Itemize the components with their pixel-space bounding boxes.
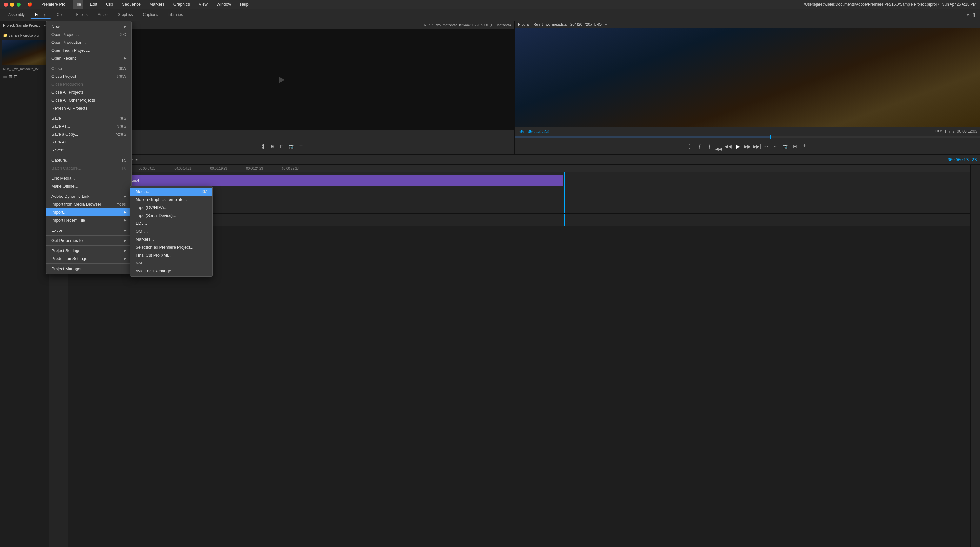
- menu-item-save[interactable]: Save ⌘S: [46, 114, 131, 122]
- menu-item-production-settings[interactable]: Production Settings ▶: [46, 254, 131, 262]
- menu-item-batch-capture-label: Batch Capture...: [51, 166, 81, 170]
- menu-item-close-all-other[interactable]: Close All Other Projects: [46, 96, 131, 104]
- menu-item-open-recent-arrow: ▶: [124, 56, 126, 60]
- menu-item-production-settings-label: Production Settings: [51, 256, 87, 261]
- menu-item-revert-label: Revert: [51, 148, 64, 153]
- menu-item-save-all[interactable]: Save All: [46, 138, 131, 146]
- tab-color[interactable]: Color: [52, 11, 70, 19]
- menu-item-close-all-other-label: Close All Other Projects: [51, 98, 95, 103]
- menu-item-refresh-all[interactable]: Refresh All Projects: [46, 104, 131, 112]
- mac-menu-bar: 🍎 Premiere Pro File Edit Clip Sequence M…: [25, 0, 250, 9]
- menu-item-capture-label: Capture...: [51, 158, 70, 162]
- share-icon[interactable]: ⬆: [972, 12, 976, 18]
- menu-item-save-all-label: Save All: [51, 140, 66, 145]
- import-submenu-tape-dvhdv[interactable]: Tape (DV/HDV)...: [130, 204, 212, 211]
- app-menu-sequence[interactable]: Sequence: [120, 0, 143, 9]
- import-submenu: Media... ⌘M Motion Graphics Template... …: [130, 186, 213, 277]
- app-menu-premiere[interactable]: Premiere Pro: [39, 0, 68, 9]
- app-menu-view[interactable]: View: [197, 0, 210, 9]
- menu-item-open-team-project[interactable]: Open Team Project...: [46, 46, 131, 54]
- menu-item-close-production-label: Close Production: [51, 82, 83, 87]
- menu-item-new-label: New: [51, 24, 60, 29]
- window-controls[interactable]: [4, 3, 21, 7]
- menu-item-revert[interactable]: Revert: [46, 146, 131, 154]
- tab-editing[interactable]: Editing: [30, 11, 51, 19]
- menu-item-new[interactable]: New ▶: [46, 22, 131, 30]
- maximize-window-button[interactable]: [16, 3, 21, 7]
- tab-audio[interactable]: Audio: [93, 11, 112, 19]
- import-submenu-tape-dvhdv-label: Tape (DV/HDV)...: [135, 205, 167, 210]
- menu-overlay[interactable]: [0, 21, 980, 547]
- import-submenu-markers-label: Markers...: [135, 237, 154, 242]
- menu-item-open-project[interactable]: Open Project... ⌘O: [46, 30, 131, 38]
- menu-item-adobe-dynamic-link[interactable]: Adobe Dynamic Link ▶: [46, 192, 131, 200]
- app-menu-markers[interactable]: Markers: [148, 0, 166, 9]
- menu-item-save-as[interactable]: Save As... ⇧⌘S: [46, 122, 131, 130]
- menu-item-save-as-label: Save As...: [51, 124, 70, 129]
- tab-assembly[interactable]: Assembly: [4, 11, 29, 19]
- import-submenu-tape-serial[interactable]: Tape (Serial Device)...: [130, 211, 212, 219]
- menu-item-make-offline[interactable]: Make Offline...: [46, 182, 131, 190]
- menu-item-import[interactable]: Import... ▶: [46, 208, 131, 216]
- app-menu-help[interactable]: Help: [238, 0, 250, 9]
- divider-4: [46, 173, 131, 173]
- menu-item-get-properties-arrow: ▶: [124, 239, 126, 243]
- menu-item-close-project[interactable]: Close Project ⇧⌘W: [46, 72, 131, 80]
- menu-item-import-media-browser-label: Import from Media Browser: [51, 202, 101, 207]
- menu-item-close-label: Close: [51, 66, 62, 71]
- menu-item-project-settings[interactable]: Project Settings ▶: [46, 246, 131, 254]
- menu-item-adobe-dynamic-link-label: Adobe Dynamic Link: [51, 194, 89, 199]
- close-window-button[interactable]: [4, 3, 8, 7]
- import-submenu-selection-premiere-label: Selection as Premiere Project...: [135, 245, 193, 250]
- tab-graphics[interactable]: Graphics: [113, 11, 137, 19]
- more-tabs-icon[interactable]: »: [967, 12, 969, 18]
- menu-item-close-all-projects[interactable]: Close All Projects: [46, 88, 131, 96]
- tab-libraries[interactable]: Libraries: [164, 11, 187, 19]
- menu-item-project-manager[interactable]: Project Manager...: [46, 265, 131, 273]
- menu-item-get-properties[interactable]: Get Properties for ▶: [46, 237, 131, 245]
- import-submenu-omf[interactable]: OMF...: [130, 227, 212, 235]
- menu-item-export[interactable]: Export ▶: [46, 226, 131, 234]
- minimize-window-button[interactable]: [10, 3, 14, 7]
- menu-item-open-team-project-label: Open Team Project...: [51, 48, 90, 53]
- app-menu-window[interactable]: Window: [215, 0, 233, 9]
- menu-item-batch-capture-shortcut: F6: [122, 166, 126, 170]
- menu-item-import-recent[interactable]: Import Recent File ▶: [46, 216, 131, 224]
- import-submenu-avid-log-label: Avid Log Exchange...: [135, 269, 175, 274]
- import-submenu-markers[interactable]: Markers...: [130, 235, 212, 243]
- app-menu-file[interactable]: File: [73, 0, 83, 9]
- apple-menu[interactable]: 🍎: [25, 0, 34, 9]
- import-submenu-selection-premiere[interactable]: Selection as Premiere Project...: [130, 243, 212, 251]
- import-submenu-media-shortcut: ⌘M: [200, 189, 207, 194]
- import-submenu-media[interactable]: Media... ⌘M: [130, 188, 212, 196]
- menu-item-close-shortcut: ⌘W: [119, 66, 126, 71]
- menu-item-close-production: Close Production: [46, 80, 131, 88]
- menu-item-adobe-dynamic-link-arrow: ▶: [124, 194, 126, 199]
- import-submenu-final-cut[interactable]: Final Cut Pro XML...: [130, 251, 212, 259]
- menu-item-save-copy-label: Save a Copy...: [51, 132, 78, 137]
- import-submenu-edl[interactable]: EDL...: [130, 219, 212, 227]
- tab-captions[interactable]: Captions: [139, 11, 162, 19]
- import-submenu-aaf[interactable]: AAF...: [130, 259, 212, 267]
- menu-item-open-production[interactable]: Open Production...: [46, 38, 131, 46]
- menu-item-batch-capture: Batch Capture... F6: [46, 164, 131, 172]
- app-menu-clip[interactable]: Clip: [104, 0, 115, 9]
- menu-item-close-project-label: Close Project: [51, 74, 76, 79]
- menu-item-link-media[interactable]: Link Media...: [46, 174, 131, 182]
- menu-item-save-copy[interactable]: Save a Copy... ⌥⌘S: [46, 130, 131, 138]
- menu-item-production-settings-arrow: ▶: [124, 256, 126, 261]
- menu-item-save-label: Save: [51, 116, 61, 121]
- menu-item-import-recent-arrow: ▶: [124, 218, 126, 222]
- menu-item-capture[interactable]: Capture... F5: [46, 156, 131, 164]
- tab-effects[interactable]: Effects: [72, 11, 92, 19]
- menu-item-link-media-label: Link Media...: [51, 176, 75, 181]
- menu-item-save-as-shortcut: ⇧⌘S: [117, 124, 126, 129]
- menu-item-close[interactable]: Close ⌘W: [46, 64, 131, 72]
- app-menu-graphics[interactable]: Graphics: [172, 0, 192, 9]
- app-menu-edit[interactable]: Edit: [88, 0, 99, 9]
- menu-item-open-project-shortcut: ⌘O: [120, 32, 126, 37]
- import-submenu-avid-log[interactable]: Avid Log Exchange...: [130, 267, 212, 275]
- menu-item-open-recent[interactable]: Open Recent ▶: [46, 54, 131, 62]
- import-submenu-motion-graphics[interactable]: Motion Graphics Template...: [130, 196, 212, 204]
- menu-item-import-media-browser[interactable]: Import from Media Browser ⌥⌘I: [46, 200, 131, 208]
